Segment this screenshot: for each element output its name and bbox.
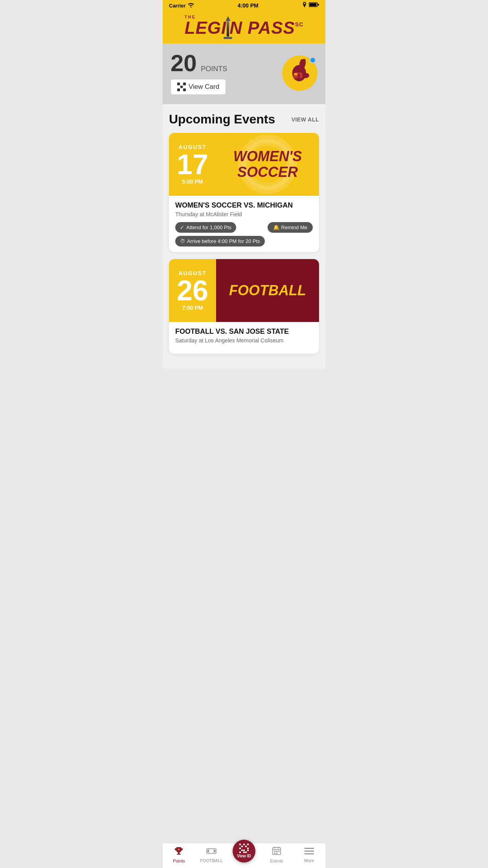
main-content: Upcoming Events VIEW ALL AUGUST 17 5:00 …: [163, 104, 325, 369]
battery-icon: [309, 2, 319, 9]
event-location-football: Saturday at Los Angeles Memorial Coliseu…: [175, 337, 313, 344]
view-card-button[interactable]: View Card: [171, 79, 226, 95]
event-time-football: 7:00 PM: [182, 305, 203, 311]
status-bar: Carrier 4:00 PM: [163, 0, 325, 11]
app-logo: THE LEGI N PASS SC: [185, 15, 304, 37]
svg-rect-8: [298, 74, 300, 80]
upcoming-events-title: Upcoming Events: [169, 112, 275, 127]
bell-icon: 🔔: [273, 224, 279, 230]
notification-dot: [310, 57, 316, 63]
points-number: 20: [171, 50, 197, 76]
sport-label-football: FOOTBALL: [229, 283, 306, 298]
event-card-soccer: AUGUST 17 5:00 PM WOMEN'SSOCCER WOMEN'S …: [169, 133, 319, 252]
events-header: Upcoming Events VIEW ALL: [169, 112, 319, 127]
event-card-football: AUGUST 26 7:00 PM FOOTBALL FOOTBALL vs. …: [169, 259, 319, 354]
qr-small-icon: [177, 83, 186, 91]
view-all-button[interactable]: VIEW ALL: [292, 116, 319, 123]
view-card-label: View Card: [189, 83, 219, 91]
points-section: 20 POINTS View Card: [163, 44, 325, 104]
attend-label: Attend for 1,000 Pts: [186, 224, 231, 230]
status-bar-right: [302, 2, 319, 9]
status-bar-time: 4:00 PM: [238, 2, 259, 9]
event-location-soccer: Thursday at McAlister Field: [175, 211, 313, 217]
event-sport-panel-football: FOOTBALL: [216, 259, 319, 322]
sport-label-soccer: WOMEN'SSOCCER: [233, 149, 302, 180]
event-day-football: 26: [177, 276, 208, 305]
event-time: 5:00 PM: [182, 178, 203, 185]
user-avatar-wrapper: [282, 55, 317, 91]
points-label: POINTS: [201, 65, 227, 73]
svg-rect-2: [318, 4, 319, 6]
carrier-text: Carrier: [169, 3, 186, 9]
event-sport-panel: WOMEN'SSOCCER: [216, 133, 319, 196]
location-icon: [302, 2, 307, 9]
event-date-panel-football: AUGUST 26 7:00 PM: [169, 259, 216, 322]
app-header: THE LEGI N PASS SC: [163, 11, 325, 44]
remind-label: Remind Me: [281, 224, 307, 230]
svg-rect-1: [310, 4, 317, 6]
event-name-soccer: WOMEN'S SOCCER vs. MICHIGAN: [175, 201, 313, 210]
event-details: WOMEN'S SOCCER vs. MICHIGAN Thursday at …: [169, 196, 319, 252]
clock-icon: ⏱: [180, 238, 185, 244]
scroll-content: Upcoming Events VIEW ALL AUGUST 17 5:00 …: [163, 104, 325, 400]
checkmark-icon: ✓: [180, 224, 184, 230]
logo-sc-text: SC: [295, 22, 303, 27]
event-day: 17: [177, 150, 208, 178]
logo-main-text: LEGI N PASS SC: [185, 19, 304, 37]
event-card-image: AUGUST 17 5:00 PM WOMEN'SSOCCER: [169, 133, 319, 196]
points-left: 20 POINTS View Card: [171, 51, 227, 95]
wifi-icon: [188, 3, 194, 9]
arrive-action-tag[interactable]: ⏱ Arrive before 4:00 PM for 20 Pts: [175, 236, 265, 246]
event-date-panel: AUGUST 17 5:00 PM: [169, 133, 216, 196]
logo-sword-icon: [227, 19, 229, 37]
svg-rect-9: [294, 73, 297, 75]
event-details-football: FOOTBALL vs. SAN JOSE STATE Saturday at …: [169, 322, 319, 354]
attend-action-tag[interactable]: ✓ Attend for 1,000 Pts: [175, 222, 236, 233]
remind-me-button[interactable]: 🔔 Remind Me: [268, 222, 313, 233]
event-card-image-football: AUGUST 26 7:00 PM FOOTBALL: [169, 259, 319, 322]
arrive-label: Arrive before 4:00 PM for 20 Pts: [187, 238, 260, 244]
event-name-football: FOOTBALL vs. SAN JOSE STATE: [175, 327, 313, 336]
event-actions: ✓ Attend for 1,000 Pts 🔔 Remind Me ⏱ Arr…: [175, 222, 313, 246]
status-bar-left: Carrier: [169, 3, 194, 9]
